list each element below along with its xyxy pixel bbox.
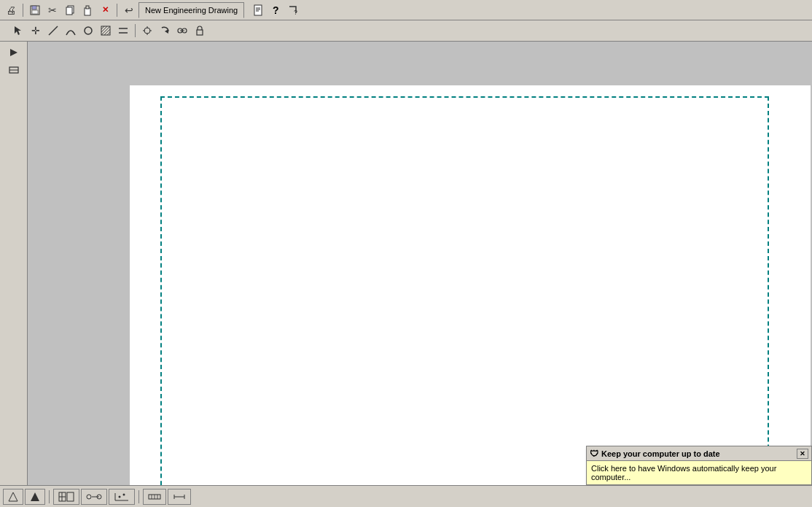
svg-line-20 xyxy=(107,32,110,35)
help-button[interactable]: ? xyxy=(268,2,284,18)
close-button[interactable]: ✕ xyxy=(97,2,113,18)
statusbar-sep1 xyxy=(49,490,50,503)
sep-left xyxy=(5,24,7,37)
save-button[interactable] xyxy=(27,2,43,18)
separator-mid xyxy=(135,24,136,37)
svg-marker-40 xyxy=(31,492,39,501)
crosshair-tool[interactable]: ✛ xyxy=(28,23,44,39)
arc-tool[interactable] xyxy=(63,23,79,39)
separator-1 xyxy=(23,4,23,17)
svg-text:?: ? xyxy=(294,9,297,16)
document-icon-button[interactable] xyxy=(250,2,266,18)
svg-line-16 xyxy=(101,26,104,29)
toolbar-row1: 🖨 ✂ ✕ ↩ New Engineering D xyxy=(0,0,812,20)
left-sidebar xyxy=(0,42,28,485)
status-btn-measure2[interactable] xyxy=(168,489,191,505)
status-btn-coords[interactable] xyxy=(109,489,135,505)
toolbar-area: 🖨 ✂ ✕ ↩ New Engineering D xyxy=(0,0,812,42)
status-btn-snap2[interactable] xyxy=(25,489,45,505)
cut-button[interactable]: ✂ xyxy=(44,2,60,18)
status-btn-ortho[interactable] xyxy=(81,489,107,505)
svg-rect-44 xyxy=(67,492,74,501)
svg-point-45 xyxy=(87,495,91,499)
page-boundary xyxy=(160,96,769,485)
svg-line-17 xyxy=(101,26,107,32)
notification-title-bar: 🛡 Keep your computer up to date ✕ xyxy=(587,446,811,461)
rotate-tool[interactable] xyxy=(157,23,173,39)
notification-body: Click here to have Windows automatically… xyxy=(587,461,811,484)
print-button[interactable]: 🖨 xyxy=(3,2,19,18)
status-btn-grid[interactable] xyxy=(53,489,79,505)
hatch-tool[interactable] xyxy=(98,23,114,39)
statusbar-sep2 xyxy=(138,490,139,503)
notification-close-button[interactable]: ✕ xyxy=(797,449,808,459)
svg-point-50 xyxy=(119,495,121,498)
svg-point-51 xyxy=(123,493,125,495)
parallel-tool[interactable] xyxy=(115,23,131,39)
separator-2 xyxy=(117,4,117,17)
svg-line-19 xyxy=(104,29,110,35)
notification-popup: 🛡 Keep your computer up to date ✕ Click … xyxy=(586,446,812,485)
svg-rect-2 xyxy=(32,10,38,14)
notification-title-text: Keep your computer up to date xyxy=(601,449,720,458)
lock-tool[interactable] xyxy=(192,23,208,39)
svg-rect-4 xyxy=(66,7,72,15)
svg-rect-1 xyxy=(32,6,36,9)
main-drawing-area[interactable] xyxy=(28,42,812,485)
undo-button[interactable]: ↩ xyxy=(121,2,137,18)
context-help-button[interactable]: ? xyxy=(285,2,301,18)
shield-icon: 🛡 xyxy=(590,449,598,459)
sidebar-btn-2[interactable] xyxy=(6,62,22,78)
toolbar-row2: ✛ xyxy=(0,20,812,41)
chain-tool[interactable] xyxy=(174,23,190,39)
copy-button[interactable] xyxy=(62,2,78,18)
document-tab[interactable]: New Engineering Drawing xyxy=(138,2,244,18)
snap-tool[interactable] xyxy=(139,23,155,39)
svg-line-13 xyxy=(49,26,58,35)
pointer-tool[interactable] xyxy=(10,23,26,39)
document-tab-label: New Engineering Drawing xyxy=(145,6,238,15)
status-bar xyxy=(0,485,812,507)
line-tool[interactable] xyxy=(45,23,61,39)
sidebar-btn-1[interactable] xyxy=(6,44,22,61)
status-btn-snap1[interactable] xyxy=(3,489,23,505)
svg-rect-7 xyxy=(254,5,262,15)
svg-point-14 xyxy=(85,27,92,34)
svg-marker-12 xyxy=(15,26,21,35)
svg-marker-28 xyxy=(165,29,168,34)
svg-rect-32 xyxy=(197,30,203,35)
notification-title-content: 🛡 Keep your computer up to date xyxy=(590,449,720,459)
svg-rect-6 xyxy=(86,6,89,9)
status-btn-measure1[interactable] xyxy=(143,489,166,505)
svg-marker-39 xyxy=(9,492,17,501)
paste-button[interactable] xyxy=(79,2,95,18)
notification-body-text: Click here to have Windows automatically… xyxy=(591,464,776,481)
circle-tool[interactable] xyxy=(80,23,96,39)
svg-point-23 xyxy=(144,28,150,34)
